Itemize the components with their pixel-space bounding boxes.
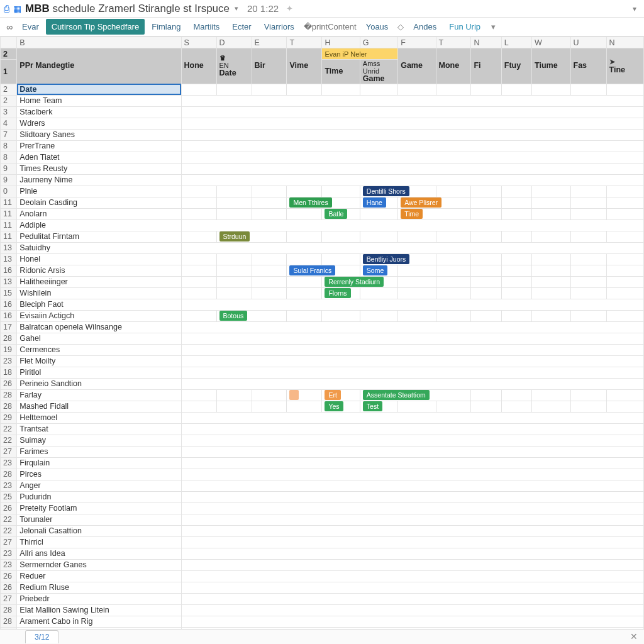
- table-row[interactable]: 4Wdrers: [1, 118, 644, 129]
- chip[interactable]: Rerrenly Stadiurn: [325, 277, 384, 287]
- table-row[interactable]: 11 Pedulitat Firntam Strduun: [1, 231, 644, 242]
- table-row[interactable]: 9Jaurneny Nime: [1, 174, 644, 186]
- table-row[interactable]: 17Balratcan openela Wilnsange: [1, 321, 644, 333]
- tab-andes[interactable]: Andes: [408, 19, 442, 35]
- person-icon[interactable]: ◇: [395, 22, 406, 31]
- chip[interactable]: Batle: [325, 209, 347, 219]
- table-row[interactable]: 2 Date: [1, 84, 644, 95]
- col-N[interactable]: N: [471, 37, 501, 48]
- table-row[interactable]: 11Addiple: [1, 219, 644, 231]
- table-row[interactable]: 22Trantsat: [1, 423, 644, 435]
- table-row[interactable]: 28Gahel: [1, 333, 644, 344]
- chip[interactable]: Ert: [325, 390, 340, 400]
- table-row[interactable]: 26Redium Rluse: [1, 582, 644, 593]
- col-E[interactable]: E: [252, 37, 287, 48]
- table-row[interactable]: 28Pirces: [1, 469, 644, 480]
- table-row[interactable]: 2Home Team: [1, 95, 644, 106]
- table-row[interactable]: 18Piritlol: [1, 367, 644, 378]
- table-row[interactable]: 22Torunaler: [1, 514, 644, 525]
- tab-yoaus[interactable]: Yoaus: [360, 19, 394, 35]
- col-U[interactable]: U: [570, 37, 606, 48]
- close-icon[interactable]: ✕: [630, 631, 638, 641]
- col-F[interactable]: F: [398, 37, 436, 48]
- column-header-row[interactable]: B S D E T H G F T N L W U N: [1, 37, 644, 48]
- table-row[interactable]: 8PrerTrane: [1, 140, 644, 152]
- table-row[interactable]: 28Elat Mallion Sawing Litein: [1, 604, 644, 616]
- window-menu-icon[interactable]: ▾: [633, 4, 640, 13]
- col-T[interactable]: T: [287, 37, 322, 48]
- chip[interactable]: Sulal Franics: [289, 265, 335, 275]
- table-row[interactable]: 25Puduridn: [1, 491, 644, 502]
- tab-evar[interactable]: Evar: [16, 19, 45, 35]
- select-all-corner[interactable]: [1, 37, 17, 48]
- grid[interactable]: B S D E T H G F T N L W U N 2 PPr Mandeg…: [0, 36, 644, 629]
- tab-martits[interactable]: Martiits: [187, 19, 225, 35]
- chip[interactable]: Test: [363, 401, 382, 411]
- chip[interactable]: Botous: [219, 311, 248, 321]
- col-B[interactable]: B: [17, 37, 181, 48]
- sheet-tab[interactable]: 3/12: [25, 630, 58, 643]
- row-num[interactable]: 2: [1, 48, 17, 60]
- table-row[interactable]: 26Reduer: [1, 570, 644, 582]
- col-G[interactable]: G: [360, 37, 397, 48]
- table-row[interactable]: 23Flet Moilty: [1, 355, 644, 367]
- table-row[interactable]: 19Cermences: [1, 344, 644, 355]
- table-row[interactable]: 29Helttemoel: [1, 412, 644, 423]
- table-row[interactable]: 28Arament Cabo in Rig: [1, 616, 644, 627]
- table-row[interactable]: 28 Farlay Ert Assentate Steattiom: [1, 389, 644, 401]
- table-row[interactable]: 27Thirricl: [1, 536, 644, 548]
- row-num[interactable]: 2: [1, 84, 17, 95]
- table-row[interactable]: 23Allri ans Idea: [1, 548, 644, 559]
- table-row[interactable]: 13 Honel Bentliyi Juors: [1, 253, 644, 265]
- table-row[interactable]: 22Suimay: [1, 435, 644, 446]
- table-row[interactable]: 23Firqulain: [1, 457, 644, 469]
- tab-viarriors[interactable]: Viarriors: [258, 19, 300, 35]
- chip[interactable]: Awe Plisrer: [401, 197, 441, 208]
- table-row[interactable]: 11 Anolarn Batle Time: [1, 208, 644, 219]
- col-H[interactable]: H: [322, 37, 360, 48]
- table-row[interactable]: 16 Evisaiin Actigch Botous: [1, 310, 644, 321]
- table-row[interactable]: 28 Mashed Fidall Yes Test: [1, 401, 644, 412]
- cell-selected[interactable]: Date: [17, 84, 181, 95]
- table-row[interactable]: 13 Halitheeiinger Rerrenly Stadiurn: [1, 276, 644, 287]
- chip[interactable]: Bentliyi Juors: [363, 254, 409, 264]
- row-num[interactable]: 1: [1, 60, 17, 84]
- table-row[interactable]: 8Aden Tiatet: [1, 152, 644, 163]
- chip[interactable]: Hane: [363, 197, 386, 208]
- table-row[interactable]: 26Perineio Sandtion: [1, 378, 644, 389]
- tab-schedule-active[interactable]: Cutirson Tip Spchedfare: [46, 19, 145, 35]
- chip[interactable]: [289, 390, 299, 400]
- col-D[interactable]: D: [216, 37, 252, 48]
- title-dropdown-icon[interactable]: ▾: [235, 4, 238, 13]
- chip[interactable]: Strduun: [219, 231, 250, 242]
- table-row[interactable]: 11 Deolain Casding Men Tthires Hane Awe …: [1, 197, 644, 208]
- tab-funurp[interactable]: Fun Urip: [443, 19, 486, 35]
- spreadsheet[interactable]: B S D E T H G F T N L W U N 2 PPr Mandeg…: [0, 36, 644, 629]
- tab-fimlang[interactable]: Fimlang: [146, 19, 186, 35]
- table-row[interactable]: 3Staclberk: [1, 106, 644, 118]
- table-row[interactable]: 16Bleciph Faot: [1, 299, 644, 310]
- filter-icon[interactable]: �printContent: [301, 22, 359, 31]
- table-row[interactable]: 27Farimes: [1, 446, 644, 457]
- tab-overflow-icon[interactable]: ▾: [487, 22, 499, 31]
- table-row[interactable]: 26Preteity Footlam: [1, 502, 644, 514]
- col-W[interactable]: W: [532, 37, 570, 48]
- col-S[interactable]: S: [181, 37, 216, 48]
- chip[interactable]: Assentate Steattiom: [363, 390, 430, 400]
- table-row[interactable]: 7Slidtoary Sanes: [1, 129, 644, 140]
- chip[interactable]: Some: [363, 265, 387, 275]
- table-row[interactable]: 0 Plnie Dentilli Shors: [1, 186, 644, 197]
- star-icon[interactable]: ✦: [286, 4, 293, 13]
- table-row[interactable]: 27Priebedr: [1, 593, 644, 604]
- chip[interactable]: Men Tthires: [289, 197, 331, 208]
- table-row[interactable]: 22Jelonali Casattion: [1, 525, 644, 536]
- chip[interactable]: Yes: [325, 401, 343, 411]
- table-row[interactable]: 13Satuidhy: [1, 242, 644, 253]
- chip[interactable]: Time: [401, 209, 423, 219]
- table-row[interactable]: 15 Wishilein Florns: [1, 287, 644, 299]
- col-L[interactable]: L: [501, 37, 531, 48]
- col-T2[interactable]: T: [436, 37, 471, 48]
- link-icon[interactable]: ∞: [4, 22, 15, 32]
- table-row[interactable]: 23Sermernder Ganes: [1, 559, 644, 570]
- tab-ecter[interactable]: Ecter: [226, 19, 257, 35]
